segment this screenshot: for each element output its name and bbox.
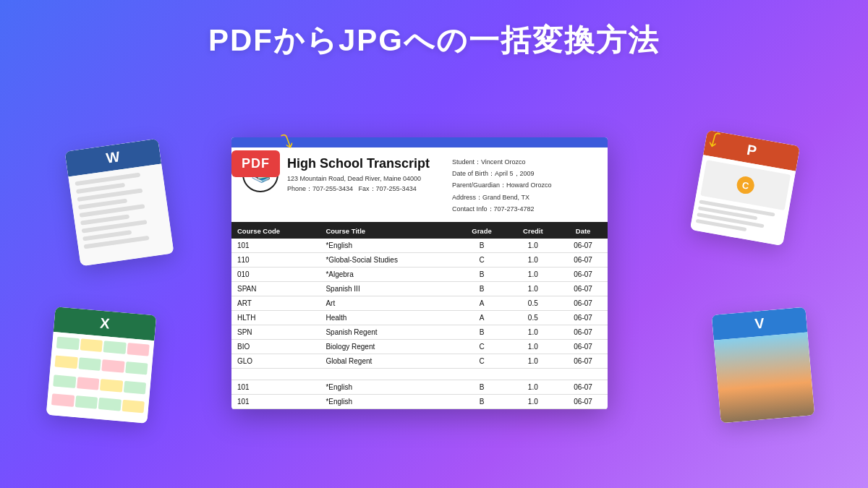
cell-grade: B (456, 267, 508, 281)
table-row: HLTH Health A 0.5 06-07 (231, 310, 608, 325)
cell-title: Spanish III (320, 281, 456, 296)
cell-title: *Global-Social Studies (320, 252, 456, 267)
table-row: 010 *Algebra B 1.0 06-07 (231, 267, 608, 281)
transcript-phone-fax: Phone：707-255-3434 Fax：707-255-3434 (287, 184, 452, 194)
powerpoint-document-card: P C (690, 130, 800, 246)
cell-title: *English (320, 394, 456, 408)
cell-credit: 1.0 (507, 239, 558, 253)
student-guardian: Parent/Guardian：Howard Orozco (452, 179, 597, 191)
cell-grade: A (456, 310, 508, 325)
cell-title: Biology Regent (320, 339, 456, 354)
cell-credit: 1.0 (507, 394, 558, 408)
cell-title: Art (320, 296, 456, 310)
transcript-student-info: Student：Vincent Orozco Date of Birth：Apr… (452, 156, 597, 215)
cell-date (558, 368, 608, 380)
col-header-title: Course Title (320, 223, 456, 239)
cell-grade: B (456, 394, 508, 408)
cell-code: BIO (231, 339, 320, 354)
visio-icon: V (754, 315, 765, 333)
table-row: 101 *English B 1.0 06-07 (231, 239, 608, 253)
table-row (231, 368, 608, 380)
cell-code: ART (231, 296, 320, 310)
cell-title: Global Regent (320, 354, 456, 368)
cell-grade: B (456, 281, 508, 296)
table-row: 110 *Global-Social Studies C 1.0 06-07 (231, 252, 608, 267)
cell-title: *Algebra (320, 267, 456, 281)
cell-credit (507, 368, 558, 380)
cell-date: 06-07 (558, 239, 608, 253)
cell-title (320, 368, 456, 380)
cell-code: SPN (231, 325, 320, 339)
table-row: 101 *English B 1.0 06-07 (231, 380, 608, 394)
col-header-grade: Grade (456, 223, 508, 239)
cell-credit: 1.0 (507, 380, 558, 394)
excel-document-card: X (46, 307, 157, 424)
word-document-card: W (64, 139, 174, 267)
cell-grade: B (456, 325, 508, 339)
table-row: SPAN Spanish III B 1.0 06-07 (231, 281, 608, 296)
col-header-code: Course Code (231, 223, 320, 239)
cell-code: 101 (231, 380, 320, 394)
transcript-title-area: High School Transcript 123 Mountain Road… (287, 156, 452, 194)
ppt-icon: P (746, 142, 758, 160)
cell-code: GLO (231, 354, 320, 368)
cell-code: 101 (231, 394, 320, 408)
table-row: 101 *English B 1.0 06-07 (231, 394, 608, 408)
cell-date: 06-07 (558, 325, 608, 339)
cell-code: 110 (231, 252, 320, 267)
cell-credit: 1.0 (507, 252, 558, 267)
student-name: Student：Vincent Orozco (452, 156, 597, 168)
cell-title: Spanish Regent (320, 325, 456, 339)
transcript-title: High School Transcript (287, 156, 452, 171)
cell-credit: 1.0 (507, 339, 558, 354)
cell-date: 06-07 (558, 339, 608, 354)
cell-date: 06-07 (558, 252, 608, 267)
cell-date: 06-07 (558, 296, 608, 310)
cell-code: HLTH (231, 310, 320, 325)
table-row: BIO Biology Regent C 1.0 06-07 (231, 339, 608, 354)
table-row: SPN Spanish Regent B 1.0 06-07 (231, 325, 608, 339)
col-header-date: Date (558, 223, 608, 239)
cell-date: 06-07 (558, 380, 608, 394)
transcript-header: 📚 High School Transcript 123 Mountain Ro… (231, 147, 608, 223)
transcript-table: Course Code Course Title Grade Credit Da… (231, 223, 608, 409)
cell-code: SPAN (231, 281, 320, 296)
visio-document-card: V (712, 307, 815, 424)
cell-credit: 1.0 (507, 325, 558, 339)
page-title: PDFからJPGへの一括変換方法 (0, 0, 868, 61)
student-contact: Contact Info：707-273-4782 (452, 203, 597, 215)
transcript-address-line1: 123 Mountain Road, Dead River, Maine 040… (287, 174, 452, 184)
cell-grade: B (456, 380, 508, 394)
cell-code: 010 (231, 267, 320, 281)
cell-date: 06-07 (558, 267, 608, 281)
table-row: ART Art A 0.5 06-07 (231, 296, 608, 310)
cell-credit: 0.5 (507, 296, 558, 310)
table-row: GLO Global Regent C 1.0 06-07 (231, 354, 608, 368)
cell-grade: A (456, 296, 508, 310)
cell-title: Health (320, 310, 456, 325)
cell-credit: 1.0 (507, 281, 558, 296)
cell-grade: C (456, 354, 508, 368)
excel-icon: X (99, 315, 110, 333)
cell-credit: 0.5 (507, 310, 558, 325)
transcript-document: 📚 High School Transcript 123 Mountain Ro… (231, 137, 608, 409)
cell-credit: 1.0 (507, 354, 558, 368)
cell-grade: C (456, 339, 508, 354)
cell-grade: B (456, 239, 508, 253)
cell-title: *English (320, 380, 456, 394)
col-header-credit: Credit (507, 223, 558, 239)
cell-date: 06-07 (558, 310, 608, 325)
cell-grade: C (456, 252, 508, 267)
cell-code (231, 368, 320, 380)
pdf-badge: PDF (231, 150, 280, 177)
cell-credit: 1.0 (507, 267, 558, 281)
cell-date: 06-07 (558, 394, 608, 408)
cell-date: 06-07 (558, 354, 608, 368)
student-dob: Date of Birth：April 5，2009 (452, 168, 597, 179)
student-address: Address：Grand Bend, TX (452, 192, 597, 203)
cell-grade (456, 368, 508, 380)
word-icon: W (105, 148, 121, 166)
cell-code: 101 (231, 239, 320, 253)
cell-title: *English (320, 239, 456, 253)
cell-date: 06-07 (558, 281, 608, 296)
